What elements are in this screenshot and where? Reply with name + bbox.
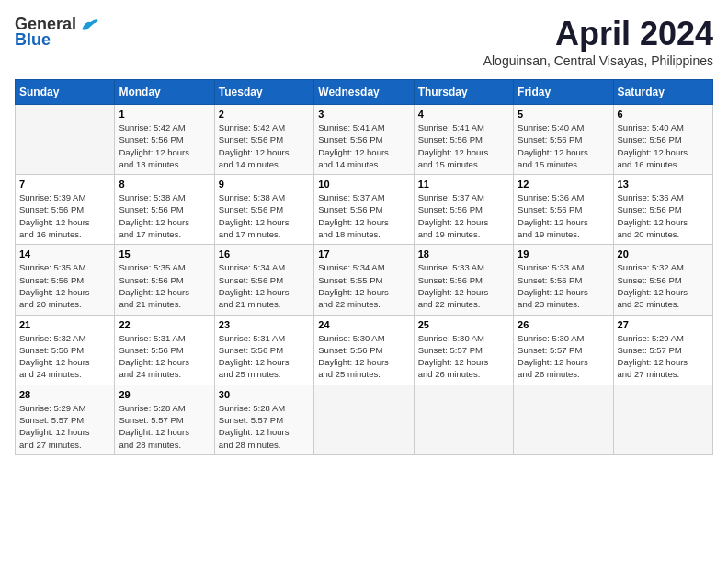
day-number: 18: [418, 248, 509, 259]
day-info: Sunrise: 5:33 AM Sunset: 5:56 PM Dayligh…: [418, 261, 509, 310]
day-info: Sunrise: 5:28 AM Sunset: 5:57 PM Dayligh…: [119, 402, 210, 451]
weekday-header-sunday: Sunday: [16, 80, 115, 105]
day-number: 1: [119, 109, 210, 120]
day-number: 29: [119, 389, 210, 400]
calendar-week-5: 28Sunrise: 5:29 AM Sunset: 5:57 PM Dayli…: [16, 385, 713, 454]
day-number: 3: [318, 109, 409, 120]
calendar-cell: 11Sunrise: 5:37 AM Sunset: 5:56 PM Dayli…: [414, 175, 513, 245]
calendar-cell: 24Sunrise: 5:30 AM Sunset: 5:56 PM Dayli…: [314, 315, 414, 385]
day-info: Sunrise: 5:37 AM Sunset: 5:56 PM Dayligh…: [418, 191, 509, 240]
calendar-cell: 27Sunrise: 5:29 AM Sunset: 5:57 PM Dayli…: [613, 315, 712, 385]
calendar-cell: 25Sunrise: 5:30 AM Sunset: 5:57 PM Dayli…: [414, 315, 513, 385]
calendar-cell: [16, 105, 115, 175]
calendar-cell: 30Sunrise: 5:28 AM Sunset: 5:57 PM Dayli…: [214, 385, 313, 454]
calendar-cell: 17Sunrise: 5:34 AM Sunset: 5:55 PM Dayli…: [314, 245, 414, 315]
day-info: Sunrise: 5:41 AM Sunset: 5:56 PM Dayligh…: [418, 121, 509, 170]
day-info: Sunrise: 5:30 AM Sunset: 5:57 PM Dayligh…: [418, 332, 509, 381]
calendar-cell: 4Sunrise: 5:41 AM Sunset: 5:56 PM Daylig…: [414, 105, 513, 175]
day-info: Sunrise: 5:37 AM Sunset: 5:56 PM Dayligh…: [318, 191, 409, 240]
calendar-cell: 9Sunrise: 5:38 AM Sunset: 5:56 PM Daylig…: [214, 175, 313, 245]
day-number: 17: [318, 248, 409, 259]
day-info: Sunrise: 5:30 AM Sunset: 5:57 PM Dayligh…: [518, 332, 609, 381]
calendar-cell: 7Sunrise: 5:39 AM Sunset: 5:56 PM Daylig…: [16, 175, 115, 245]
calendar-cell: 23Sunrise: 5:31 AM Sunset: 5:56 PM Dayli…: [214, 315, 313, 385]
day-info: Sunrise: 5:36 AM Sunset: 5:56 PM Dayligh…: [618, 191, 709, 240]
day-number: 27: [618, 319, 709, 330]
logo-bird-icon: [80, 17, 100, 33]
weekday-header-saturday: Saturday: [613, 80, 712, 105]
day-info: Sunrise: 5:30 AM Sunset: 5:56 PM Dayligh…: [318, 332, 409, 381]
calendar-cell: 13Sunrise: 5:36 AM Sunset: 5:56 PM Dayli…: [613, 175, 712, 245]
day-info: Sunrise: 5:35 AM Sunset: 5:56 PM Dayligh…: [19, 261, 110, 310]
calendar-cell: 22Sunrise: 5:31 AM Sunset: 5:56 PM Dayli…: [115, 315, 214, 385]
day-number: 15: [119, 248, 210, 259]
day-number: 4: [418, 109, 509, 120]
day-number: 6: [618, 109, 709, 120]
day-info: Sunrise: 5:33 AM Sunset: 5:56 PM Dayligh…: [518, 261, 609, 310]
day-number: 30: [219, 389, 310, 400]
day-info: Sunrise: 5:34 AM Sunset: 5:56 PM Dayligh…: [219, 261, 310, 310]
day-number: 13: [618, 178, 709, 190]
weekday-header-monday: Monday: [115, 80, 214, 105]
calendar-cell: 2Sunrise: 5:42 AM Sunset: 5:56 PM Daylig…: [214, 105, 313, 175]
day-number: 26: [518, 319, 609, 330]
calendar-cell: 3Sunrise: 5:41 AM Sunset: 5:56 PM Daylig…: [314, 105, 414, 175]
day-number: 19: [518, 248, 609, 259]
logo: General Blue: [15, 15, 100, 50]
day-info: Sunrise: 5:38 AM Sunset: 5:56 PM Dayligh…: [219, 191, 310, 240]
day-info: Sunrise: 5:29 AM Sunset: 5:57 PM Dayligh…: [19, 402, 110, 451]
day-number: 12: [518, 178, 609, 190]
calendar-cell: 29Sunrise: 5:28 AM Sunset: 5:57 PM Dayli…: [115, 385, 214, 454]
day-info: Sunrise: 5:35 AM Sunset: 5:56 PM Dayligh…: [119, 261, 210, 310]
day-info: Sunrise: 5:36 AM Sunset: 5:56 PM Dayligh…: [518, 191, 609, 240]
day-number: 2: [219, 109, 310, 120]
day-number: 28: [19, 389, 110, 400]
page-header: General Blue April 2024 Aloguinsan, Cent…: [15, 15, 713, 68]
calendar-cell: 18Sunrise: 5:33 AM Sunset: 5:56 PM Dayli…: [414, 245, 513, 315]
day-number: 7: [19, 178, 110, 190]
day-number: 8: [119, 178, 210, 190]
calendar-cell: [613, 385, 712, 454]
day-info: Sunrise: 5:34 AM Sunset: 5:55 PM Dayligh…: [318, 261, 409, 310]
weekday-header-tuesday: Tuesday: [214, 80, 313, 105]
calendar-cell: 26Sunrise: 5:30 AM Sunset: 5:57 PM Dayli…: [514, 315, 613, 385]
calendar-cell: 21Sunrise: 5:32 AM Sunset: 5:56 PM Dayli…: [16, 315, 115, 385]
calendar-week-1: 1Sunrise: 5:42 AM Sunset: 5:56 PM Daylig…: [16, 105, 713, 175]
calendar-week-4: 21Sunrise: 5:32 AM Sunset: 5:56 PM Dayli…: [16, 315, 713, 385]
day-info: Sunrise: 5:32 AM Sunset: 5:56 PM Dayligh…: [618, 261, 709, 310]
day-number: 10: [318, 178, 409, 190]
calendar-cell: [514, 385, 613, 454]
calendar-week-3: 14Sunrise: 5:35 AM Sunset: 5:56 PM Dayli…: [16, 245, 713, 315]
location-subtitle: Aloguinsan, Central Visayas, Philippines: [483, 53, 713, 68]
title-block: April 2024 Aloguinsan, Central Visayas, …: [483, 15, 713, 68]
calendar-cell: 5Sunrise: 5:40 AM Sunset: 5:56 PM Daylig…: [514, 105, 613, 175]
calendar-cell: 20Sunrise: 5:32 AM Sunset: 5:56 PM Dayli…: [613, 245, 712, 315]
day-number: 23: [219, 319, 310, 330]
calendar-cell: 6Sunrise: 5:40 AM Sunset: 5:56 PM Daylig…: [613, 105, 712, 175]
calendar-cell: 8Sunrise: 5:38 AM Sunset: 5:56 PM Daylig…: [115, 175, 214, 245]
calendar-cell: [314, 385, 414, 454]
day-number: 21: [19, 319, 110, 330]
calendar-cell: 1Sunrise: 5:42 AM Sunset: 5:56 PM Daylig…: [115, 105, 214, 175]
calendar-week-2: 7Sunrise: 5:39 AM Sunset: 5:56 PM Daylig…: [16, 175, 713, 245]
calendar-cell: 10Sunrise: 5:37 AM Sunset: 5:56 PM Dayli…: [314, 175, 414, 245]
day-info: Sunrise: 5:38 AM Sunset: 5:56 PM Dayligh…: [119, 191, 210, 240]
day-number: 9: [219, 178, 310, 190]
day-info: Sunrise: 5:28 AM Sunset: 5:57 PM Dayligh…: [219, 402, 310, 451]
weekday-header-friday: Friday: [514, 80, 613, 105]
weekday-header-wednesday: Wednesday: [314, 80, 414, 105]
day-info: Sunrise: 5:29 AM Sunset: 5:57 PM Dayligh…: [618, 332, 709, 381]
weekday-header-thursday: Thursday: [414, 80, 513, 105]
day-number: 16: [219, 248, 310, 259]
logo-blue-text: Blue: [15, 30, 51, 50]
day-info: Sunrise: 5:31 AM Sunset: 5:56 PM Dayligh…: [219, 332, 310, 381]
day-info: Sunrise: 5:31 AM Sunset: 5:56 PM Dayligh…: [119, 332, 210, 381]
day-number: 11: [418, 178, 509, 190]
day-info: Sunrise: 5:32 AM Sunset: 5:56 PM Dayligh…: [19, 332, 110, 381]
day-number: 14: [19, 248, 110, 259]
calendar-cell: 15Sunrise: 5:35 AM Sunset: 5:56 PM Dayli…: [115, 245, 214, 315]
calendar-cell: 14Sunrise: 5:35 AM Sunset: 5:56 PM Dayli…: [16, 245, 115, 315]
day-number: 5: [518, 109, 609, 120]
calendar-cell: 19Sunrise: 5:33 AM Sunset: 5:56 PM Dayli…: [514, 245, 613, 315]
day-number: 24: [318, 319, 409, 330]
